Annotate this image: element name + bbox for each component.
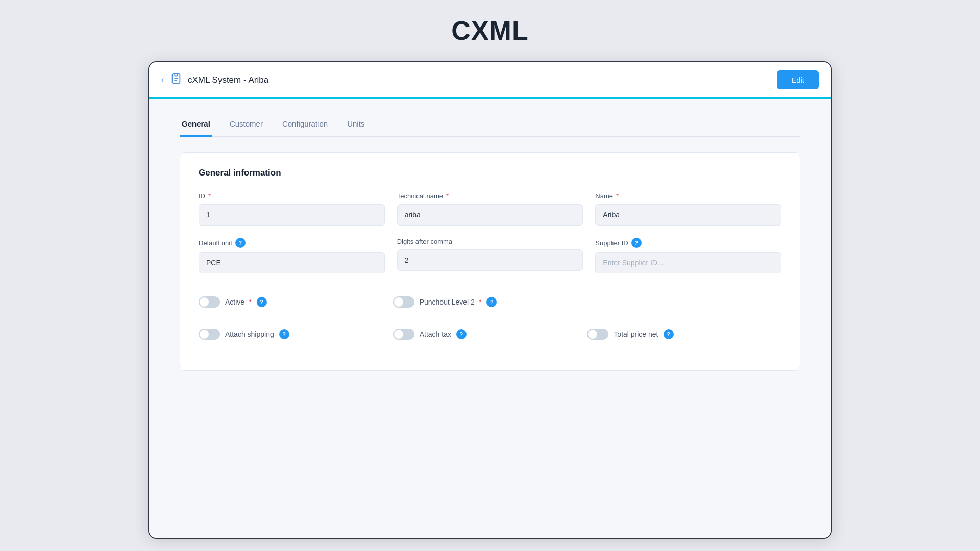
card-title: General information xyxy=(199,168,781,178)
back-icon[interactable]: ‹ xyxy=(161,74,164,85)
supplier-id-input[interactable] xyxy=(595,252,781,273)
id-field-group: ID * xyxy=(199,192,385,226)
form-row-1: ID * Technical name * Name * xyxy=(199,192,781,226)
total-price-net-help-icon[interactable]: ? xyxy=(664,329,674,339)
svg-rect-0 xyxy=(175,74,178,76)
supplier-id-field-group: Supplier ID ? xyxy=(595,238,781,273)
header-left: ‹ cXML System - Ariba xyxy=(161,73,268,87)
total-price-net-toggle-group: Total price net ? xyxy=(587,329,781,340)
default-unit-field-group: Default unit ? xyxy=(199,238,385,273)
digits-input[interactable] xyxy=(397,249,583,271)
punchout-toggle-group: Punchout Level 2 * ? xyxy=(393,296,587,308)
id-required: * xyxy=(208,192,211,200)
tab-general[interactable]: General xyxy=(180,114,212,137)
id-input[interactable] xyxy=(199,204,385,226)
header-title: cXML System - Ariba xyxy=(188,75,268,85)
attach-shipping-toggle[interactable] xyxy=(199,329,220,340)
form-row-2: Default unit ? Digits after comma Suppli… xyxy=(199,238,781,273)
tab-configuration[interactable]: Configuration xyxy=(280,114,330,137)
technical-name-field-group: Technical name * xyxy=(397,192,583,226)
default-unit-label: Default unit ? xyxy=(199,238,385,248)
name-label: Name * xyxy=(595,192,781,200)
active-help-icon[interactable]: ? xyxy=(257,297,267,307)
active-toggle[interactable] xyxy=(199,296,220,308)
active-label: Active * xyxy=(225,298,252,306)
divider-2 xyxy=(199,318,781,318)
digits-field-group: Digits after comma xyxy=(397,238,583,273)
name-required: * xyxy=(616,192,619,200)
technical-name-input[interactable] xyxy=(397,204,583,226)
punchout-label: Punchout Level 2 * xyxy=(420,298,482,306)
tabs-row: General Customer Configuration Units xyxy=(180,114,800,137)
name-field-group: Name * xyxy=(595,192,781,226)
attach-tax-toggle-group: Attach tax ? xyxy=(393,329,587,340)
tab-units[interactable]: Units xyxy=(345,114,366,137)
total-price-net-label: Total price net xyxy=(614,330,658,338)
attach-tax-toggle[interactable] xyxy=(393,329,414,340)
toggle-row-2: Attach shipping ? Attach tax ? Total pri… xyxy=(199,329,781,340)
digits-label: Digits after comma xyxy=(397,238,583,245)
technical-name-label: Technical name * xyxy=(397,192,583,200)
punchout-level-2-toggle[interactable] xyxy=(393,296,414,308)
browser-header: ‹ cXML System - Ariba Edit xyxy=(149,62,831,99)
attach-shipping-toggle-group: Attach shipping ? xyxy=(199,329,393,340)
browser-content: General Customer Configuration Units Gen… xyxy=(149,99,831,538)
attach-tax-help-icon[interactable]: ? xyxy=(456,329,467,339)
placeholder-group xyxy=(587,296,781,308)
browser-window: ‹ cXML System - Ariba Edit General Custo… xyxy=(148,61,832,539)
general-info-card: General information ID * Technical name … xyxy=(180,152,800,371)
page-title: CXML xyxy=(451,15,528,46)
technical-name-required: * xyxy=(446,192,449,200)
clipboard-icon xyxy=(170,73,182,87)
toggle-row-1: Active * ? Punchout Level 2 * ? xyxy=(199,296,781,308)
supplier-id-help-icon[interactable]: ? xyxy=(631,238,642,248)
supplier-id-label: Supplier ID ? xyxy=(595,238,781,248)
attach-shipping-help-icon[interactable]: ? xyxy=(279,329,289,339)
active-toggle-group: Active * ? xyxy=(199,296,393,308)
attach-tax-label: Attach tax xyxy=(420,330,451,338)
divider-1 xyxy=(199,286,781,286)
edit-button[interactable]: Edit xyxy=(777,70,819,89)
punchout-help-icon[interactable]: ? xyxy=(486,297,497,307)
id-label: ID * xyxy=(199,192,385,200)
default-unit-help-icon[interactable]: ? xyxy=(235,238,246,248)
tab-customer[interactable]: Customer xyxy=(228,114,265,137)
total-price-net-toggle[interactable] xyxy=(587,329,608,340)
default-unit-input[interactable] xyxy=(199,252,385,273)
attach-shipping-label: Attach shipping xyxy=(225,330,274,338)
name-input[interactable] xyxy=(595,204,781,226)
